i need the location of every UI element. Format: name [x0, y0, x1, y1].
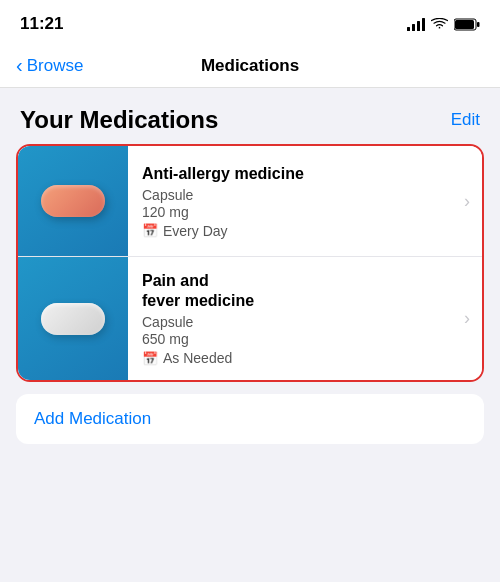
status-icons [407, 18, 480, 31]
nav-title: Medications [201, 56, 299, 76]
pill-image-area [18, 257, 128, 380]
back-chevron-icon: ‹ [16, 55, 23, 75]
pill-image [41, 185, 105, 217]
section-header: Your Medications Edit [0, 88, 500, 144]
signal-icon [407, 18, 425, 31]
medications-list: Anti-allergy medicine Capsule 120 mg 📅 E… [16, 144, 484, 382]
medication-type: Capsule [142, 314, 452, 330]
medication-schedule: 📅 Every Day [142, 223, 452, 239]
medication-type: Capsule [142, 187, 452, 203]
add-medication-button[interactable]: Add Medication [16, 394, 484, 444]
chevron-icon: › [464, 257, 482, 380]
nav-bar: ‹ Browse Medications [0, 44, 500, 88]
svg-rect-3 [422, 18, 425, 31]
svg-rect-5 [455, 20, 474, 29]
medication-name: Pain andfever medicine [142, 271, 452, 311]
medication-details: Pain andfever medicine Capsule 650 mg 📅 … [128, 257, 464, 380]
schedule-text: Every Day [163, 223, 228, 239]
medication-schedule: 📅 As Needed [142, 350, 452, 366]
status-time: 11:21 [20, 14, 63, 34]
back-label: Browse [27, 56, 84, 76]
calendar-icon: 📅 [142, 351, 158, 366]
medication-name: Anti-allergy medicine [142, 164, 452, 184]
schedule-text: As Needed [163, 350, 232, 366]
medication-item[interactable]: Anti-allergy medicine Capsule 120 mg 📅 E… [18, 146, 482, 256]
medication-details: Anti-allergy medicine Capsule 120 mg 📅 E… [128, 146, 464, 256]
svg-rect-2 [417, 21, 420, 31]
medication-dosage: 650 mg [142, 331, 452, 347]
edit-button[interactable]: Edit [451, 110, 480, 130]
medication-item[interactable]: Pain andfever medicine Capsule 650 mg 📅 … [18, 256, 482, 380]
svg-rect-1 [412, 24, 415, 31]
pill-image [41, 303, 105, 335]
battery-icon [454, 18, 480, 31]
calendar-icon: 📅 [142, 223, 158, 238]
wifi-icon [431, 18, 448, 31]
medication-dosage: 120 mg [142, 204, 452, 220]
pill-image-area [18, 146, 128, 256]
add-medication-label: Add Medication [34, 409, 151, 429]
status-bar: 11:21 [0, 0, 500, 44]
add-medication-container: Add Medication [16, 394, 484, 444]
chevron-icon: › [464, 146, 482, 256]
section-title: Your Medications [20, 106, 218, 134]
back-button[interactable]: ‹ Browse [16, 56, 83, 76]
svg-rect-0 [407, 27, 410, 31]
svg-rect-6 [477, 22, 480, 27]
